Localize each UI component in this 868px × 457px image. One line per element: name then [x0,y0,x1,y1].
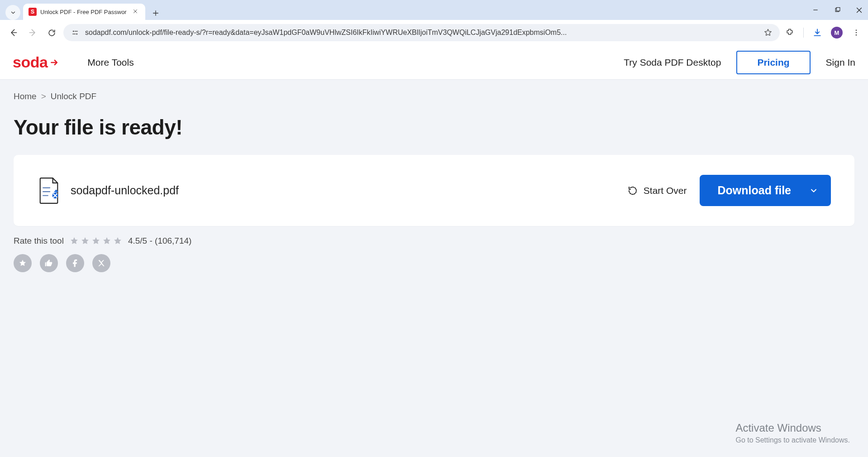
separator [803,28,804,38]
tab-favicon: S [29,8,37,16]
minimize-icon [812,7,819,13]
windows-activation-watermark: Activate Windows Go to Settings to activ… [735,422,850,444]
pricing-button[interactable]: Pricing [736,51,810,74]
address-bar: sodapdf.com/unlock-pdf/file-ready-s/?r=r… [0,20,868,45]
facebook-icon [71,259,80,268]
share-x-button[interactable] [92,254,110,272]
window-maximize-button[interactable] [831,4,844,16]
breadcrumb-current: Unlock PDF [51,91,96,101]
site-header: soda More Tools Try Soda PDF Desktop Pri… [0,45,868,80]
tab-title: Unlock PDF - Free PDF Passwor [40,9,127,15]
omnibox-url: sodapdf.com/unlock-pdf/file-ready-s/?r=r… [85,29,758,37]
star-icon [69,236,79,246]
page-title: Your file is ready! [14,115,854,140]
omnibox[interactable]: sodapdf.com/unlock-pdf/file-ready-s/?r=r… [63,24,780,41]
tab-close-button[interactable] [131,7,140,16]
watermark-line2: Go to Settings to activate Windows. [735,436,850,444]
share-row [14,254,854,272]
svg-point-2 [73,31,74,32]
close-icon [133,9,138,14]
tab-search-button[interactable] [5,5,20,20]
window-close-button[interactable] [853,4,865,16]
undo-icon [627,185,638,196]
file-name: sodapdf-unlocked.pdf [71,184,179,197]
chevron-right-icon: > [41,91,46,101]
document-icon [37,177,61,204]
maximize-icon [835,7,840,13]
arrow-right-icon [48,58,60,67]
chevron-down-icon [10,10,16,16]
new-tab-button[interactable] [149,6,162,20]
browser-tab[interactable]: S Unlock PDF - Free PDF Passwor [23,4,145,20]
breadcrumb-home[interactable]: Home [14,91,37,101]
site-logo[interactable]: soda [13,53,60,71]
star-icon [18,259,27,268]
share-favorite-button[interactable] [14,254,32,272]
svg-point-6 [856,34,857,36]
rating-row: Rate this tool 4.5/5 - (106,714) [14,236,854,246]
nav-more-tools[interactable]: More Tools [87,57,134,68]
share-facebook-button[interactable] [66,254,84,272]
x-twitter-icon [97,259,105,267]
result-card: sodapdf-unlocked.pdf Start Over Download… [14,155,854,226]
start-over-button[interactable]: Start Over [627,185,687,196]
breadcrumb: Home > Unlock PDF [14,91,854,101]
site-settings-icon[interactable] [70,27,81,38]
watermark-line1: Activate Windows [735,422,850,434]
rating-stars[interactable] [69,236,123,246]
profile-avatar[interactable]: M [831,27,843,38]
thumbs-up-icon [44,259,53,268]
star-icon [80,236,90,246]
tab-strip: S Unlock PDF - Free PDF Passwor [0,0,868,20]
share-like-button[interactable] [40,254,58,272]
window-controls [809,0,865,20]
svg-rect-1 [836,7,840,11]
window-minimize-button[interactable] [809,4,822,16]
download-button[interactable]: Download file [700,175,831,206]
file-block: sodapdf-unlocked.pdf [37,177,179,204]
toolbar-right: M [784,27,862,38]
reload-icon [48,29,56,37]
star-icon [113,236,123,246]
star-icon [102,236,112,246]
bookmark-star-icon[interactable] [763,27,773,38]
plus-icon [152,10,159,17]
close-icon [856,7,863,14]
download-label: Download file [718,184,792,197]
svg-point-3 [76,34,77,35]
arrow-right-icon [28,28,37,37]
site-header-right: Try Soda PDF Desktop Pricing Sign In [624,51,855,74]
logo-text: soda [13,53,48,71]
chrome-menu-icon[interactable] [851,27,862,38]
link-try-desktop[interactable]: Try Soda PDF Desktop [624,57,721,68]
arrow-left-icon [9,28,18,37]
start-over-label: Start Over [644,185,687,196]
downloads-icon[interactable] [812,27,823,38]
star-icon [91,236,101,246]
nav-forward-button[interactable] [25,25,40,40]
link-sign-in[interactable]: Sign In [826,57,855,68]
rating-score: 4.5/5 - (106,714) [128,236,191,246]
browser-chrome: S Unlock PDF - Free PDF Passwor [0,0,868,45]
rating-label: Rate this tool [14,236,64,246]
page-content: Home > Unlock PDF Your file is ready! so… [0,80,868,290]
nav-reload-button[interactable] [44,25,59,40]
page-viewport: soda More Tools Try Soda PDF Desktop Pri… [0,45,868,457]
chevron-down-icon [809,186,818,195]
svg-point-4 [856,29,857,31]
extensions-icon[interactable] [784,27,795,38]
card-actions: Start Over Download file [627,175,831,206]
nav-back-button[interactable] [6,25,21,40]
svg-point-5 [856,32,857,34]
